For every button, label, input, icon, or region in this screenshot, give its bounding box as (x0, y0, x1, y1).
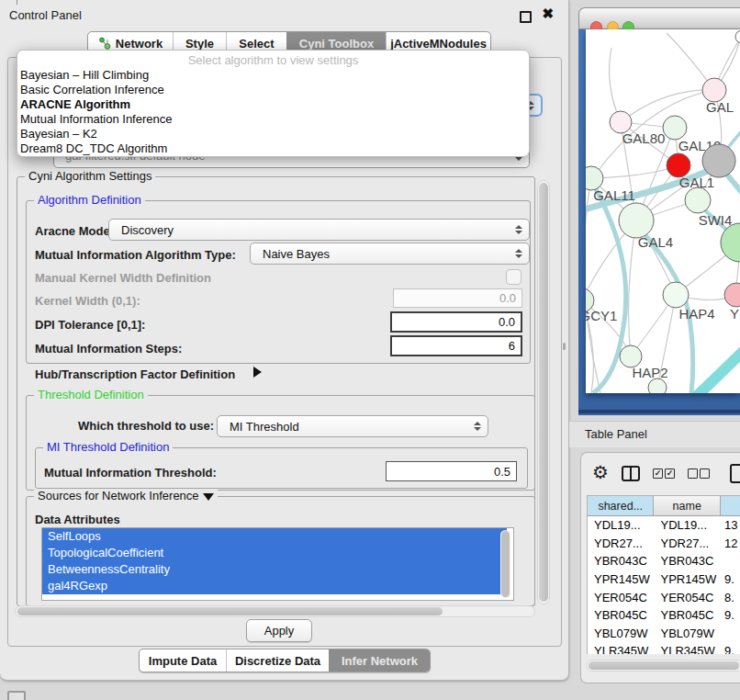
group-title: Cyni Algorithm Settings (25, 169, 155, 183)
mi-steps-field[interactable]: 6 (390, 335, 522, 356)
dropdown-item[interactable]: Mutual Information Inference (17, 112, 529, 127)
network-edge[interactable] (694, 349, 740, 393)
table-row[interactable]: YDL19...YDL19...13 (588, 516, 740, 535)
kernel-width-field[interactable]: 0.0 (393, 288, 522, 308)
table-cell: YER054C (588, 588, 654, 606)
list-item[interactable]: TopologicalCoefficient (42, 545, 507, 561)
network-canvas[interactable]: GALGAL80GAL10GAL1SWI4GAL11GAL4GCY1HAP4YH… (586, 29, 740, 393)
table-cell: 13 (721, 516, 740, 535)
mi-type-combo[interactable]: Naive Bayes (250, 243, 530, 265)
network-node[interactable] (735, 30, 740, 43)
float-panel-icon[interactable] (520, 11, 532, 23)
node-label: HAP2 (632, 365, 667, 380)
dpi-tolerance-field[interactable]: 0.0 (390, 311, 522, 333)
mi-threshold-field[interactable]: 0.5 (386, 461, 517, 481)
network-node-y[interactable] (724, 283, 740, 307)
algorithm-dropdown-popup: Select algorithm to view settings Bayesi… (17, 50, 530, 157)
aracne-mode-combo[interactable]: Discovery (108, 219, 530, 241)
checked-box-icon[interactable]: ✓ (653, 469, 663, 479)
unchecked-box-icon[interactable] (688, 469, 698, 479)
dropdown-item[interactable]: Bayesian – K2 (17, 127, 529, 141)
network-node-gal10[interactable] (663, 116, 687, 140)
network-node[interactable] (702, 144, 735, 177)
table-row[interactable]: YBL079WYBL079W (588, 625, 740, 643)
list-item[interactable]: gal4RGexp (42, 578, 507, 594)
gear-icon[interactable]: ⚙ (592, 463, 609, 481)
tab-label: Select (239, 37, 274, 51)
tab-discretize-data[interactable]: Discretize Data (226, 649, 329, 672)
function-icon-partial[interactable] (730, 464, 740, 483)
disclosure-triangle-icon[interactable] (253, 367, 262, 378)
network-node-gal4[interactable] (619, 203, 654, 238)
column-header[interactable]: shared... (588, 496, 654, 516)
network-edge[interactable] (629, 220, 636, 356)
network-edge[interactable] (716, 39, 740, 85)
table-cell: YBR043C (654, 552, 720, 570)
table-row[interactable]: YLR345WYLR345W9. (588, 642, 740, 654)
tab-impute-data[interactable]: Impute Data (140, 649, 226, 672)
tab-notch (17, 0, 17, 5)
node-table[interactable]: shared...nameYDL19...YDL19...13YDR27...Y… (587, 495, 740, 654)
table-row[interactable]: YBR043CYBR043C (588, 552, 740, 570)
table-cell: 9. (721, 606, 740, 625)
dpi-tolerance-label: DPI Tolerance [0,1]: (35, 318, 145, 332)
bottom-tab-bar: Impute DataDiscretize DataInfer Network (139, 649, 431, 672)
network-frame-shadow (578, 410, 740, 413)
table-cell: YER054C (654, 588, 720, 606)
apply-button[interactable]: Apply (246, 619, 312, 642)
table-cell: 12 (721, 535, 740, 553)
table-cell: YDL19... (588, 516, 654, 535)
mi-type-value: Naive Bayes (263, 247, 330, 261)
dock-button-partial[interactable] (7, 691, 26, 700)
mi-steps-label: Mutual Information Steps: (35, 342, 182, 356)
table-cell (721, 552, 740, 570)
list-item[interactable]: BetweennessCentrality (42, 561, 507, 578)
dropdown-item[interactable]: Bayesian – Hill Climbing (17, 68, 529, 83)
dropdown-item[interactable]: ARACNE Algorithm (17, 97, 529, 112)
tab-label: Cyni Toolbox (299, 37, 374, 51)
dropdown-item[interactable]: Basic Correlation Inference (17, 83, 529, 97)
network-node[interactable] (648, 378, 667, 393)
settings-vertical-scrollbar[interactable] (537, 180, 550, 604)
table-row[interactable]: YDR27...YDR27...12 (588, 535, 740, 553)
checked-box-icon[interactable]: ✓ (665, 469, 675, 479)
manual-kernel-label: Manual Kernel Width Definition (35, 271, 211, 285)
network-node-hap4[interactable] (663, 282, 689, 308)
node-label: GCY1 (586, 308, 617, 323)
network-node-swi4[interactable] (685, 187, 711, 213)
column-header[interactable] (721, 496, 740, 516)
panel-title: Control Panel (9, 8, 82, 22)
settings-horizontal-scrollbar[interactable] (15, 605, 535, 617)
which-threshold-combo[interactable]: MI Threshold (217, 415, 488, 437)
unchecked-box-icon[interactable] (700, 469, 710, 479)
panel-divider-handle[interactable] (563, 343, 566, 350)
network-edge[interactable] (621, 90, 714, 122)
table-horizontal-scrollbar[interactable] (586, 660, 740, 672)
table-row[interactable]: YER054CYER054C8. (588, 588, 740, 606)
list-scrollbar[interactable] (500, 530, 510, 598)
data-attributes-label: Data Attributes (35, 513, 120, 526)
table-row[interactable]: YPR145WYPR145W9. (588, 570, 740, 589)
tab-infer-network[interactable]: Infer Network (329, 649, 430, 672)
collapse-triangle-icon[interactable] (203, 493, 214, 501)
list-item[interactable]: SelfLoops (42, 528, 507, 545)
network-window-titlebar[interactable] (578, 7, 740, 29)
table-cell: 8. (721, 588, 740, 606)
table-cell: YDL19... (654, 516, 720, 535)
close-icon[interactable]: ✖ (542, 6, 554, 21)
manual-kernel-checkbox[interactable] (506, 269, 521, 285)
tab-label: Discretize Data (235, 654, 320, 668)
node-label: SWI4 (699, 212, 733, 228)
control-panel-window: Control Panel ✖ NetworkStyleSelectCyni T… (0, 0, 569, 681)
hub-definition-label[interactable]: Hub/Transcription Factor Definition (35, 367, 235, 381)
group-title: Threshold Definition (34, 388, 148, 401)
dropdown-item[interactable]: Dream8 DC_TDC Algorithm (17, 141, 529, 156)
network-edge[interactable] (591, 165, 678, 178)
network-icon (98, 37, 111, 50)
table-row[interactable]: YBR045CYBR045C9. (588, 606, 740, 625)
table-panel-title: Table Panel (585, 427, 647, 441)
table-cell: YPR145W (588, 570, 654, 589)
column-header[interactable]: name (654, 496, 720, 516)
columns-icon[interactable] (622, 466, 640, 481)
data-attributes-list[interactable]: SelfLoopsTopologicalCoefficientBetweenne… (41, 527, 514, 601)
